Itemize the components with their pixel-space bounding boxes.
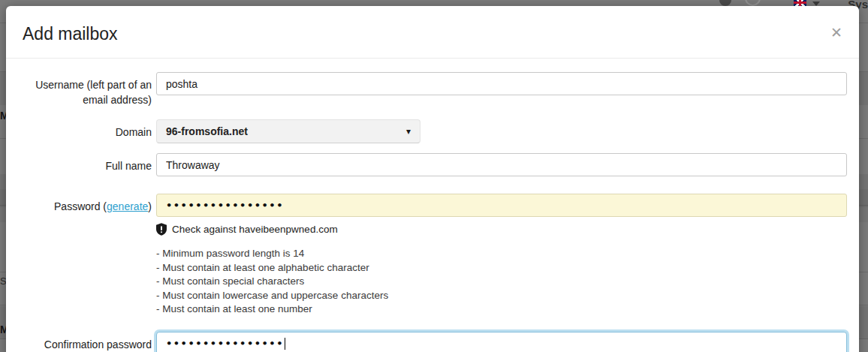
- password-requirement: - Must contain at least one alphabetic c…: [156, 261, 847, 275]
- backdrop-text-fragment: S: [0, 275, 6, 287]
- backdrop-text-fragment: M: [0, 110, 6, 122]
- generate-link[interactable]: generate: [107, 200, 148, 212]
- password-input[interactable]: ••••••••••••••••: [156, 194, 847, 217]
- screen: Sys M S M Add mailbox ✕ Username (left p…: [0, 0, 868, 352]
- password-label-suffix: ): [148, 200, 152, 212]
- close-icon[interactable]: ✕: [830, 26, 842, 40]
- username-label: Username (left part of an email address): [23, 72, 152, 107]
- domain-label: Domain: [23, 119, 152, 140]
- domain-row: Domain 96-fromsofia.net ▾: [23, 119, 847, 143]
- confirmation-password-label: Confirmation password (repeat): [23, 332, 152, 352]
- hibp-check-line: Check against haveibeenpwned.com: [156, 223, 847, 236]
- full-name-row: Full name: [23, 153, 847, 176]
- full-name-input[interactable]: [156, 153, 847, 176]
- password-requirement: - Must contain special characters: [156, 275, 847, 289]
- password-requirements: - Minimum password length is 14 - Must c…: [156, 247, 847, 317]
- username-row: Username (left part of an email address): [23, 72, 847, 107]
- password-requirement: - Minimum password length is 14: [156, 247, 847, 261]
- modal-title: Add mailbox: [23, 24, 842, 44]
- modal-header: Add mailbox ✕: [6, 6, 859, 59]
- domain-selected-value: 96-fromsofia.net: [166, 125, 406, 137]
- chevron-down-icon: ▾: [406, 126, 411, 137]
- uk-flag-icon: [794, 0, 806, 6]
- domain-select[interactable]: 96-fromsofia.net ▾: [156, 119, 420, 143]
- text-cursor: [285, 338, 285, 350]
- password-row: Password (generate) •••••••••••••••• Che…: [23, 194, 847, 317]
- password-label-prefix: Password (: [54, 200, 107, 212]
- confirmation-masked-value: ••••••••••••••••: [166, 338, 284, 349]
- password-requirement: - Must contain lowercase and uppercase c…: [156, 289, 847, 303]
- password-label: Password (generate): [23, 194, 152, 214]
- password-masked-value: ••••••••••••••••: [166, 200, 284, 211]
- backdrop-text-fragment: M: [0, 323, 6, 335]
- confirmation-password-input[interactable]: ••••••••••••••••: [156, 332, 847, 352]
- password-requirement: - Must contain at least one number: [156, 302, 847, 317]
- modal-body: Username (left part of an email address)…: [6, 59, 859, 352]
- moon-icon: [719, 0, 731, 6]
- confirmation-password-row: Confirmation password (repeat) •••••••••…: [23, 332, 847, 352]
- user-avatar-icon: [745, 0, 761, 6]
- username-input[interactable]: [156, 72, 847, 95]
- pwned-shield-icon: [156, 223, 167, 236]
- add-mailbox-modal: Add mailbox ✕ Username (left part of an …: [6, 6, 859, 352]
- full-name-label: Full name: [23, 153, 152, 173]
- hibp-check-text: Check against haveibeenpwned.com: [172, 224, 338, 235]
